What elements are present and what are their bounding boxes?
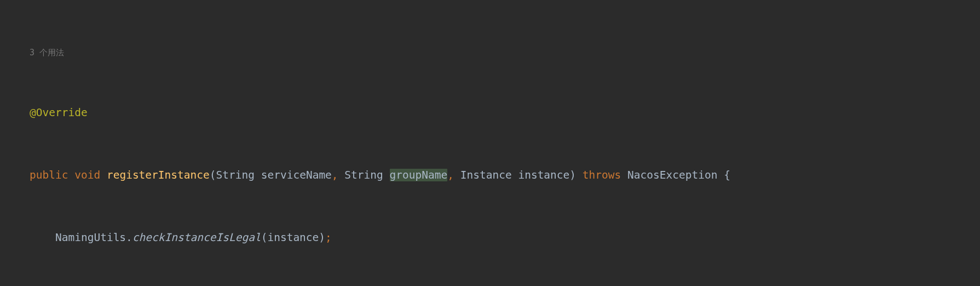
code-line[interactable]: @Override (0, 102, 980, 123)
code-editor[interactable]: 3 个用法 @Override public void registerInst… (0, 5, 980, 286)
param-type: String (344, 169, 383, 181)
param-name: serviceName (261, 169, 332, 181)
class-ref: NamingUtils (55, 231, 126, 244)
code-line[interactable]: public void registerInstance(String serv… (0, 165, 980, 186)
static-method-call: checkInstanceIsLegal (132, 231, 261, 244)
arg: instance (267, 231, 319, 244)
keyword-throws: throws (583, 169, 621, 181)
param-type: Instance (460, 169, 512, 181)
param-type: String (216, 169, 255, 181)
param-name-highlighted: groupName (390, 169, 448, 181)
keyword-void: void (74, 169, 100, 181)
param-name: instance (518, 169, 569, 181)
annotation: @Override (30, 106, 88, 119)
exception-type: NacosException (627, 169, 717, 181)
code-line[interactable]: NamingUtils.checkInstanceIsLegal(instanc… (0, 227, 980, 248)
method-name: registerInstance (107, 169, 210, 181)
usages-hint[interactable]: 3 个用法 (0, 47, 980, 59)
keyword-public: public (30, 169, 68, 181)
